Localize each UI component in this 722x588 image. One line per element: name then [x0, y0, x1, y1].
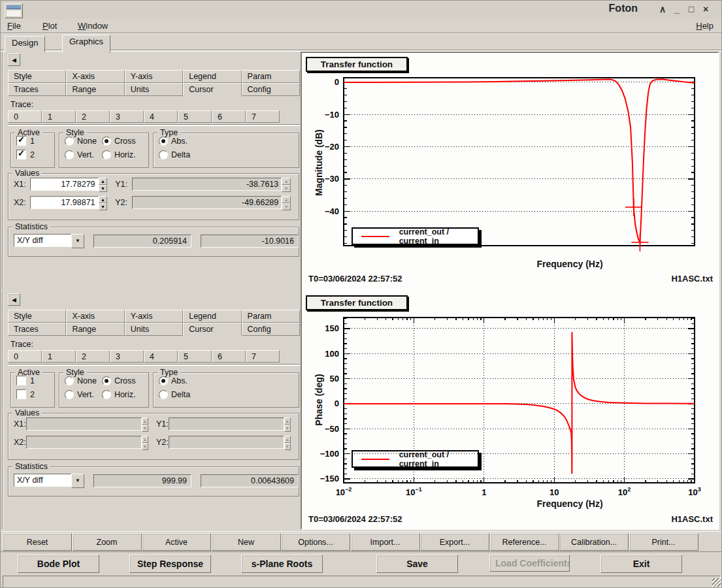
statistics-mode-select[interactable]: X/Y diff▼ — [14, 474, 84, 488]
statistics-mode-select[interactable]: X/Y diff▼ — [14, 234, 84, 248]
trace-tab-2[interactable]: 2 — [76, 110, 110, 123]
toolbar-button-export[interactable]: Export... — [420, 533, 489, 551]
spinner-up-icon[interactable]: ▲ — [99, 178, 108, 185]
panel-tab-style[interactable]: Style — [8, 310, 66, 323]
maximize-icon[interactable]: □ — [685, 3, 698, 16]
magnitude-plot[interactable]: Transfer function Magnitude (dB) Frequen… — [302, 53, 718, 291]
toolbar-button-active[interactable]: Active — [142, 533, 211, 551]
radio-style-cross[interactable] — [102, 137, 111, 146]
collapse-panel-button[interactable]: ◀ — [8, 54, 20, 66]
radio-style-vert[interactable] — [65, 150, 74, 159]
radio-style-vert[interactable] — [65, 390, 74, 399]
toolbar-button-print[interactable]: Print... — [629, 533, 698, 551]
spinner-down-icon[interactable]: ▼ — [99, 185, 108, 192]
panel-tab-style[interactable]: Style — [8, 70, 66, 83]
toolbar-button-reference[interactable]: Reference... — [490, 533, 559, 551]
trace-tab-7[interactable]: 7 — [246, 350, 280, 363]
radio-type-delta[interactable] — [159, 150, 168, 159]
menu-plot[interactable]: Plot — [40, 20, 59, 33]
action-button-bode-plot[interactable]: Bode Plot — [18, 555, 99, 573]
menu-file[interactable]: File — [5, 20, 24, 33]
radio-type-delta[interactable] — [159, 390, 168, 399]
x1-input[interactable]: 17.78279 — [30, 178, 98, 191]
trace-tab-4[interactable]: 4 — [144, 350, 178, 363]
panel-tab-param[interactable]: Param — [242, 310, 300, 323]
style-option-row: Vert. — [65, 388, 97, 400]
toolbar-button-reset[interactable]: Reset — [3, 533, 72, 551]
y1-input: -38.7613 — [132, 178, 282, 191]
action-button-step-response[interactable]: Step Response — [129, 555, 211, 573]
panel-tab-cursor[interactable]: Cursor — [183, 323, 241, 336]
chevron-down-icon[interactable]: ▼ — [71, 474, 84, 488]
shade-icon[interactable]: ∧ — [656, 3, 669, 16]
trace-tab-5[interactable]: 5 — [178, 110, 212, 123]
panel-tab-param[interactable]: Param — [242, 70, 300, 83]
radio-type-abs[interactable] — [159, 137, 168, 146]
radio-style-cross[interactable] — [102, 376, 111, 385]
trace-tab-4[interactable]: 4 — [144, 110, 178, 123]
trace-tab-5[interactable]: 5 — [178, 350, 212, 363]
panel-tab-y-axis[interactable]: Y-axis — [125, 70, 183, 83]
toolbar-button-options[interactable]: Options... — [281, 533, 350, 551]
x2-input[interactable]: 17.98871 — [30, 196, 98, 209]
toolbar-button-calibration[interactable]: Calibration... — [559, 533, 629, 551]
panel-tab-x-axis[interactable]: X-axis — [66, 70, 124, 83]
trace-tab-6[interactable]: 6 — [212, 350, 246, 363]
action-button-s-plane-roots[interactable]: s-Plane Roots — [241, 555, 323, 573]
panel-tab-range[interactable]: Range — [66, 83, 124, 96]
collapse-panel-button[interactable]: ◀ — [8, 293, 20, 306]
panel-tab-units[interactable]: Units — [125, 83, 183, 96]
phase-plot[interactable]: Transfer function Phase (deg) Frequency … — [302, 291, 718, 529]
tab-graphics[interactable]: Graphics — [62, 35, 110, 53]
trace-tab-3[interactable]: 3 — [110, 110, 144, 123]
panel-tab-cursor[interactable]: Cursor — [183, 83, 241, 96]
toolbar-button-new[interactable]: New — [212, 533, 281, 551]
panel-tab-y-axis[interactable]: Y-axis — [125, 310, 183, 323]
panel-tab-units[interactable]: Units — [125, 323, 183, 336]
radio-style-horiz[interactable] — [102, 390, 111, 399]
toolbar-button-import[interactable]: Import... — [351, 533, 420, 551]
panel-tab-config[interactable]: Config — [242, 323, 300, 336]
minimize-icon[interactable]: _ — [670, 3, 683, 16]
radio-type-abs[interactable] — [159, 376, 168, 385]
panel-tab-config[interactable]: Config — [242, 83, 300, 96]
panel-tab-traces[interactable]: Traces — [8, 83, 66, 96]
trace-tab-0[interactable]: 0 — [8, 110, 42, 123]
resize-grip[interactable] — [712, 578, 721, 587]
tab-design[interactable]: Design — [5, 36, 45, 52]
trace-tab-7[interactable]: 7 — [246, 110, 280, 123]
close-icon[interactable]: × — [699, 3, 712, 16]
action-button-exit[interactable]: Exit — [600, 555, 682, 573]
trace-tab-3[interactable]: 3 — [110, 350, 144, 363]
radio-style-horiz[interactable] — [102, 150, 111, 159]
radio-style-none[interactable] — [65, 376, 74, 385]
radio-style-none[interactable] — [65, 137, 74, 146]
checkbox-trace-1[interactable]: ✓ — [16, 136, 26, 146]
menu-help[interactable]: Help — [693, 20, 716, 33]
x1-spinner: ▲▼ — [142, 417, 148, 431]
trace-tab-1[interactable]: 1 — [42, 350, 76, 363]
x2-spinner[interactable]: ▲▼ — [99, 196, 108, 209]
panel-tab-traces[interactable]: Traces — [8, 323, 66, 336]
window-icon[interactable] — [5, 3, 23, 18]
panel-tab-legend[interactable]: Legend — [183, 70, 241, 83]
title-bar[interactable]: Foton ∧_□× — [1, 1, 721, 19]
toolbar-button-zoom[interactable]: Zoom — [73, 533, 142, 551]
checkbox-trace-2[interactable] — [16, 389, 26, 399]
trace-tab-0[interactable]: 0 — [8, 350, 42, 363]
chevron-down-icon[interactable]: ▼ — [71, 234, 84, 248]
checkbox-trace-1[interactable] — [16, 376, 26, 385]
checkbox-trace-2[interactable]: ✓ — [16, 150, 26, 159]
menu-window[interactable]: Window — [75, 20, 110, 33]
x1-spinner[interactable]: ▲▼ — [99, 178, 108, 191]
panel-tab-x-axis[interactable]: X-axis — [66, 310, 124, 323]
trace-active-row: 2 — [16, 388, 54, 400]
panel-tab-legend[interactable]: Legend — [183, 310, 241, 323]
action-button-save[interactable]: Save — [376, 555, 458, 573]
spinner-down-icon[interactable]: ▼ — [99, 203, 108, 210]
trace-tab-6[interactable]: 6 — [212, 110, 246, 123]
spinner-up-icon[interactable]: ▲ — [99, 196, 108, 203]
trace-tab-2[interactable]: 2 — [76, 350, 110, 363]
trace-tab-1[interactable]: 1 — [42, 110, 76, 123]
panel-tab-range[interactable]: Range — [66, 323, 124, 336]
